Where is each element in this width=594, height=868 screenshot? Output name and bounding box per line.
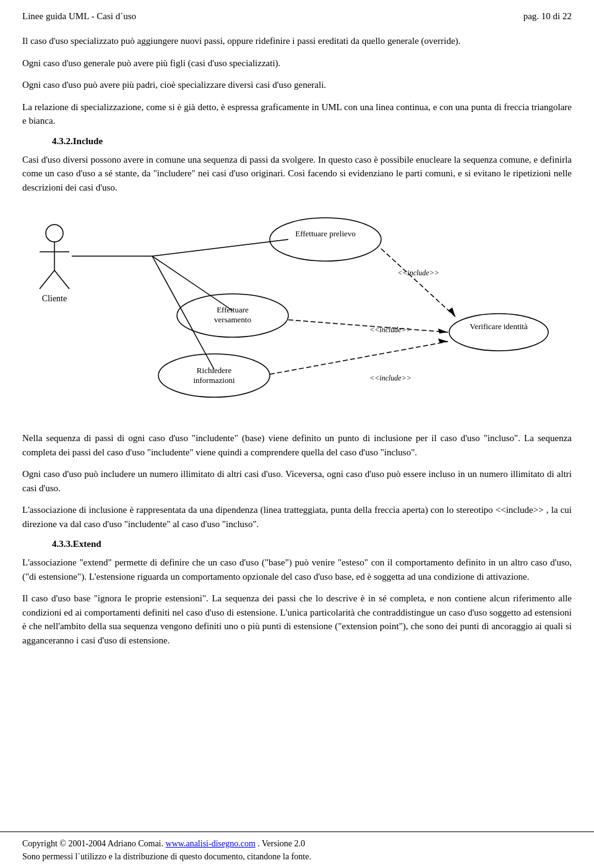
website-link[interactable]: www.analisi-disegno.com bbox=[166, 839, 256, 848]
paragraph-9: L'associazione "extend" permette di defi… bbox=[22, 556, 572, 583]
diagram-svg: Cliente Effettuare prelievo Effettuare v… bbox=[22, 202, 567, 425]
paragraph-3: Ogni caso d'uso può avere più padri, cio… bbox=[22, 78, 572, 92]
paragraph-10: Il caso d'uso base "ignora le proprie es… bbox=[22, 591, 572, 647]
svg-text:Effettuare prelievo: Effettuare prelievo bbox=[295, 229, 356, 238]
svg-line-4 bbox=[54, 270, 69, 289]
footer-line1: Copyright © 2001-2004 Adriano Comai. www… bbox=[22, 837, 572, 850]
svg-line-23 bbox=[288, 320, 448, 332]
section-432-heading: 4.3.2.Include bbox=[52, 136, 572, 147]
svg-text:Effettuare: Effettuare bbox=[217, 305, 249, 314]
svg-point-17 bbox=[449, 314, 548, 351]
svg-line-3 bbox=[40, 270, 54, 289]
cliente-label: Cliente bbox=[42, 294, 67, 303]
section-433-heading: 4.3.3.Extend bbox=[52, 539, 572, 549]
page-footer: Copyright © 2001-2004 Adriano Comai. www… bbox=[0, 831, 594, 868]
paragraph-4: La relazione di specializzazione, come s… bbox=[22, 100, 572, 128]
svg-line-20 bbox=[381, 249, 455, 317]
svg-point-0 bbox=[46, 225, 63, 242]
paragraph-1: Il caso d'uso specializzato può aggiunge… bbox=[22, 34, 572, 48]
svg-text:<<include>>: <<include>> bbox=[369, 325, 411, 334]
paragraph-8: L'associazione di inclusione è rappresen… bbox=[22, 503, 572, 531]
document-title: Linee guida UML - Casi d`uso bbox=[22, 11, 136, 22]
paragraph-6: Nella sequenza di passi di ogni caso d'u… bbox=[22, 431, 572, 459]
svg-line-7 bbox=[152, 256, 233, 311]
paragraph-5: Casi d'uso diversi possono avere in comu… bbox=[22, 153, 572, 195]
paragraph-2: Ogni caso d'uso generale può avere più f… bbox=[22, 56, 572, 71]
svg-text:<<include>>: <<include>> bbox=[369, 374, 411, 382]
svg-line-26 bbox=[270, 342, 448, 374]
svg-line-8 bbox=[152, 256, 214, 369]
copyright-text: Copyright © 2001-2004 Adriano Comai. bbox=[22, 839, 166, 848]
page-header: Linee guida UML - Casi d`uso pag. 10 di … bbox=[22, 11, 572, 23]
uml-diagram: Cliente Effettuare prelievo Effettuare v… bbox=[22, 202, 572, 425]
footer-line2: Sono permessi l`utilizzo e la distribuzi… bbox=[22, 850, 572, 863]
svg-text:Verificare identità: Verificare identità bbox=[470, 322, 528, 331]
svg-marker-21 bbox=[448, 307, 455, 317]
svg-line-6 bbox=[152, 239, 288, 256]
paragraph-7: Ogni caso d'uso può includere un numero … bbox=[22, 467, 572, 495]
version-text: . Versione 2.0 bbox=[256, 839, 305, 848]
page-number: pag. 10 di 22 bbox=[523, 11, 572, 22]
svg-marker-24 bbox=[438, 329, 448, 333]
page: Linee guida UML - Casi d`uso pag. 10 di … bbox=[0, 0, 594, 868]
svg-text:versamento: versamento bbox=[214, 315, 251, 324]
svg-text:Richiedere: Richiedere bbox=[197, 366, 232, 375]
svg-text:informazioni: informazioni bbox=[193, 376, 235, 385]
